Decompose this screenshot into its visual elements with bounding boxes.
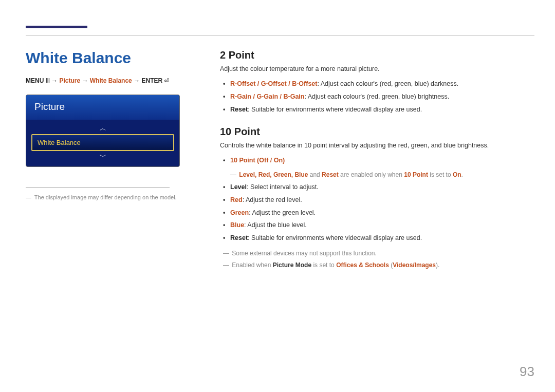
gain-desc: : Adjust each colour's (red, green, blue…: [304, 93, 449, 100]
breadcrumb-enter: ENTER: [141, 77, 162, 84]
list-item: Reset: Suitable for environments where v…: [220, 103, 534, 116]
sub-on: On: [453, 171, 461, 178]
10point-subnote: ― Level, Red, Green, Blue and Reset are …: [220, 170, 534, 180]
page-accent-bar: [26, 26, 87, 28]
gain-labels: R-Gain / G-Gain / B-Gain: [230, 93, 304, 100]
chevron-down-icon[interactable]: ﹀: [31, 151, 174, 162]
right-column: 2 Point Adjust the colour temperature fo…: [220, 49, 534, 271]
list-10-point: 10 Point (Off / On): [220, 154, 534, 167]
left-column: White Balance MENU Ⅲ → Picture → White B…: [26, 49, 191, 271]
heading-10-point: 10 Point: [220, 126, 534, 138]
model-disclaimer-text: The displayed image may differ depending…: [34, 194, 177, 200]
sub-levels: Level, Red, Green, Blue: [239, 171, 308, 178]
menu-icon: Ⅲ: [46, 77, 50, 84]
sub-reset: Reset: [322, 171, 339, 178]
heading-2-point: 2 Point: [220, 49, 534, 61]
foot2-v2: Videos/Images: [393, 262, 436, 269]
chevron-up-icon[interactable]: ︿: [31, 123, 174, 134]
sub-mid: are enabled only when: [339, 171, 404, 178]
sub-mid2: is set to: [428, 171, 453, 178]
breadcrumb-arrow: →: [51, 77, 58, 84]
breadcrumb-picture: Picture: [59, 77, 80, 84]
reset-label: Reset: [230, 106, 248, 113]
red-label: Red: [230, 196, 243, 203]
list-2-point: R-Offset / G-Offset / B-Offset: Adjust e…: [220, 78, 534, 116]
breadcrumb-menu: MENU: [26, 77, 44, 84]
top-horizontal-rule: [26, 35, 534, 35]
reset-desc-2: : Suitable for environments where videow…: [248, 234, 422, 241]
osd-header: Picture: [26, 95, 179, 120]
footnote-1-text: Some external devices may not support th…: [232, 250, 376, 257]
list-item: Blue: Adjust the blue level.: [220, 219, 534, 232]
foot2-pm: Picture Mode: [273, 262, 311, 269]
sub-and: and: [308, 171, 322, 178]
page-number: 93: [520, 364, 534, 380]
list-10-point-2: Level: Select interval to adjust. Red: A…: [220, 181, 534, 245]
lead-10-point: Controls the white balance in 10 point i…: [220, 142, 534, 149]
list-item: Green: Adjust the green level.: [220, 207, 534, 219]
dash-icon: ―: [223, 250, 229, 257]
10point-label: 10 Point: [230, 157, 255, 164]
breadcrumb: MENU Ⅲ → Picture → White Balance → ENTER…: [26, 77, 191, 84]
level-label: Level: [230, 183, 247, 191]
osd-body: ︿ White Balance ﹀: [26, 120, 179, 166]
green-label: Green: [230, 209, 249, 216]
blue-desc: : Adjust the blue level.: [244, 221, 307, 229]
osd-panel: Picture ︿ White Balance ﹀: [26, 95, 180, 167]
red-desc: : Adjust the red level.: [243, 196, 302, 203]
enter-icon: ⏎: [164, 77, 169, 84]
footnote-2: ― Enabled when Picture Mode is set to Of…: [220, 259, 534, 271]
list-item: R-Offset / G-Offset / B-Offset: Adjust e…: [220, 78, 534, 90]
sub-end: .: [461, 171, 463, 178]
list-item: Red: Adjust the red level.: [220, 194, 534, 207]
footnote-1: ― Some external devices may not support …: [220, 248, 534, 259]
reset-desc: : Suitable for environments where videow…: [248, 106, 422, 113]
dash-icon: ―: [223, 262, 229, 269]
list-item: R-Gain / G-Gain / B-Gain: Adjust each co…: [220, 90, 534, 103]
breadcrumb-arrow: →: [82, 77, 88, 84]
reset-label-2: Reset: [230, 234, 248, 241]
level-desc: : Select interval to adjust.: [247, 183, 319, 191]
lead-2-point: Adjust the colour temperature for a more…: [220, 65, 534, 72]
osd-selected-item[interactable]: White Balance: [31, 134, 174, 151]
list-item: 10 Point (Off / On): [220, 154, 534, 167]
offset-labels: R-Offset / G-Offset / B-Offset: [230, 80, 317, 87]
foot2-v1: Offices & Schools: [336, 262, 389, 269]
left-divider: [26, 188, 170, 188]
content-area: White Balance MENU Ⅲ → Picture → White B…: [26, 49, 534, 271]
list-item: Level: Select interval to adjust.: [220, 181, 534, 194]
blue-label: Blue: [230, 221, 244, 229]
model-disclaimer: ― The displayed image may differ dependi…: [26, 194, 191, 200]
offset-desc: : Adjust each colour's (red, green, blue…: [317, 80, 458, 87]
dash-icon: ―: [26, 194, 31, 200]
list-item: Reset: Suitable for environments where v…: [220, 232, 534, 245]
breadcrumb-white-balance: White Balance: [90, 77, 132, 84]
breadcrumb-arrow: →: [134, 77, 140, 84]
green-desc: : Adjust the green level.: [249, 209, 316, 216]
foot2-pre: Enabled when: [232, 262, 272, 269]
foot2-paren-close: ).: [436, 262, 439, 269]
dash-icon: ―: [230, 171, 236, 178]
sub-tp: 10 Point: [404, 171, 428, 178]
10point-options: (Off / On): [255, 157, 285, 164]
foot2-mid: is set to: [311, 262, 336, 269]
page-title: White Balance: [26, 49, 191, 67]
